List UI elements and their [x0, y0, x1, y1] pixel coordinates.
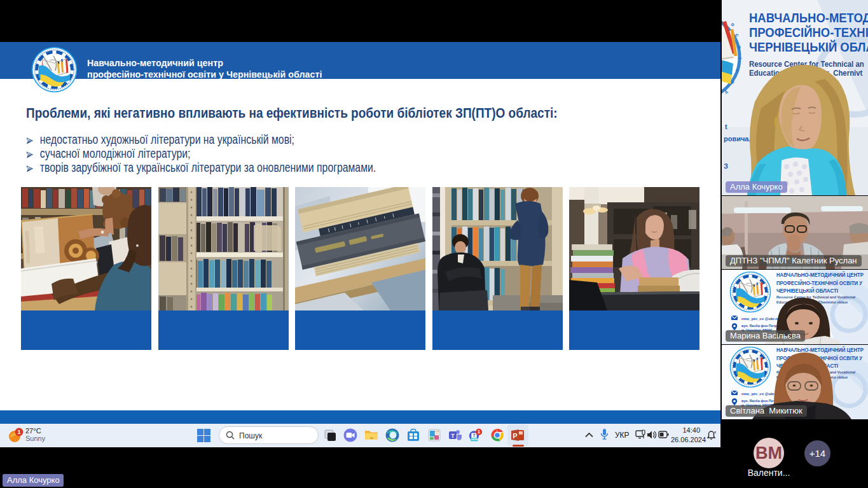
svg-text:1: 1 — [17, 429, 20, 435]
svg-text:T: T — [451, 433, 455, 439]
svg-text:P: P — [513, 432, 517, 440]
svg-text:z: z — [714, 430, 716, 434]
svg-text:НАВЧАЛЬНО-МЕТОДИЧНИЙ: НАВЧАЛЬНО-МЕТОДИЧНИЙ — [749, 10, 868, 25]
svg-text:ПРОФЕСІЙНО-ТЕХНІЧНОЇ ОС: ПРОФЕСІЙНО-ТЕХНІЧНОЇ ОС — [749, 24, 868, 39]
svg-text:NEW: NEW — [471, 438, 478, 441]
svg-text:в: в — [736, 45, 742, 49]
svg-text:ЧЕРНІВЕЦЬКІЙ ОБЛАСТІ: ЧЕРНІВЕЦЬКІЙ ОБЛАСТІ — [749, 39, 868, 54]
svg-text:1: 1 — [478, 429, 480, 435]
svg-text:З: З — [724, 162, 728, 170]
svg-text:t: t — [725, 123, 727, 130]
